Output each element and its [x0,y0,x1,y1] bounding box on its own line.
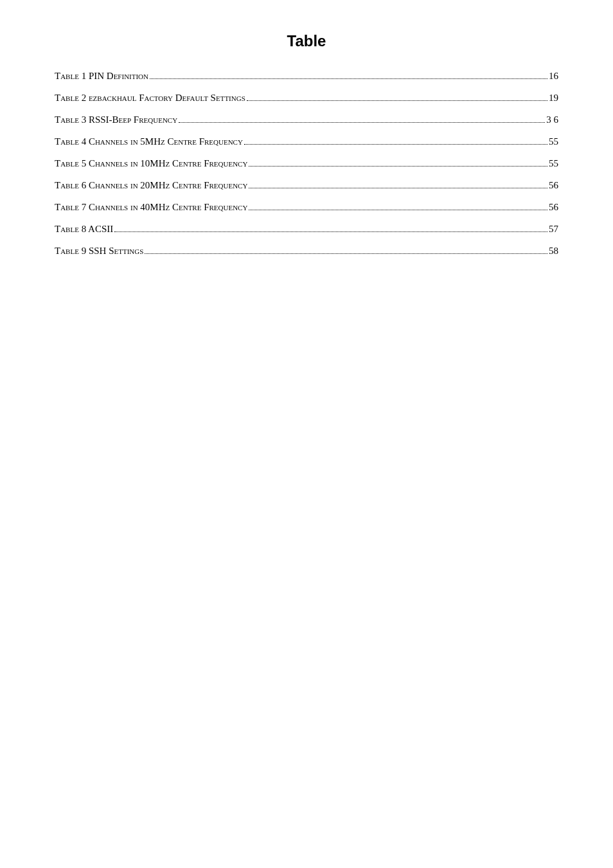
toc-label: Table 6 Channels in 20MHz Centre Frequen… [55,180,247,191]
toc-entry[interactable]: Table 1 PIN Definition 16 [55,71,558,82]
toc-entry[interactable]: Table 4 Channels in 5MHz Centre Frequenc… [55,136,558,147]
toc-label: Table 8 ACSII [55,224,113,235]
toc-leader-dots [244,144,547,145]
toc-leader-dots [249,210,547,210]
page-title: Table [55,32,558,50]
toc-entry[interactable]: Table 8 ACSII 57 [55,224,558,235]
toc-label: Table 2 ezbackhaul Factory Default Setti… [55,93,245,104]
toc-label: Table 9 SSH Settings [55,246,143,257]
toc-leader-dots [249,188,547,188]
toc-page-number: 19 [549,93,558,104]
toc-page-number: 56 [549,202,558,213]
toc-page-number: 56 [549,180,558,191]
toc-leader-dots [247,100,547,101]
toc-entry[interactable]: Table 6 Channels in 20MHz Centre Frequen… [55,180,558,191]
toc-page-number: 16 [549,71,558,82]
toc-entry[interactable]: Table 7 Channels in 40MHz Centre Frequen… [55,202,558,213]
toc-label: Table 1 PIN Definition [55,71,148,82]
toc-page-number: 55 [549,136,558,147]
toc-leader-dots [145,253,547,254]
toc-entry[interactable]: Table 9 SSH Settings 58 [55,246,558,257]
toc-entry[interactable]: Table 5 Channels in 10MHz Centre Frequen… [55,158,558,169]
toc-leader-dots [179,122,545,123]
toc-page-number: 3 6 [546,114,558,125]
toc-leader-dots [114,231,547,232]
toc-page-number: 58 [549,246,558,257]
toc-label: Table 4 Channels in 5MHz Centre Frequenc… [55,136,243,147]
toc-label: Table 5 Channels in 10MHz Centre Frequen… [55,158,247,169]
toc-leader-dots [150,78,547,79]
toc-label: Table 3 RSSI-Beep Frequency [55,114,177,125]
toc-leader-dots [249,166,547,167]
toc-entry[interactable]: Table 2 ezbackhaul Factory Default Setti… [55,93,558,104]
toc-label: Table 7 Channels in 40MHz Centre Frequen… [55,202,247,213]
toc-page-number: 55 [549,158,558,169]
table-of-contents: Table 1 PIN Definition 16 Table 2 ezback… [55,71,558,257]
toc-page-number: 57 [549,224,558,235]
toc-entry[interactable]: Table 3 RSSI-Beep Frequency 3 6 [55,114,558,125]
